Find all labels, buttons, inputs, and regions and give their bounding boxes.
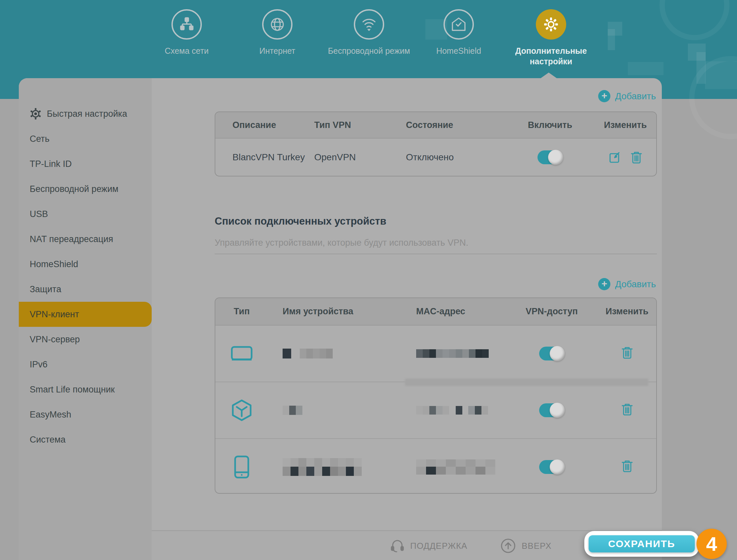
- sidebar-item-nat[interactable]: NAT переадресация: [19, 227, 152, 252]
- vpn-access-toggle[interactable]: [539, 460, 564, 474]
- home-shield-icon: [444, 9, 474, 40]
- plus-icon: +: [598, 90, 610, 102]
- sidebar-item-homeshield[interactable]: HomeShield: [19, 252, 152, 277]
- sidebar: Быстрая настройка Сеть TP-Link ID Беспро…: [19, 78, 152, 560]
- tutorial-step-badge: 4: [696, 529, 727, 559]
- wifi-icon: [354, 9, 384, 40]
- save-button-highlight-ring: СОХРАНИТЬ: [584, 531, 699, 557]
- device-row: [215, 382, 656, 438]
- save-button[interactable]: СОХРАНИТЬ: [589, 535, 695, 552]
- vpn-access-toggle[interactable]: [539, 403, 564, 417]
- headset-icon: [390, 539, 405, 553]
- edit-icon[interactable]: [609, 151, 621, 164]
- top-nav: Схема сети Интернет: [0, 9, 737, 88]
- iot-cube-icon: [231, 399, 252, 421]
- nav-tab-wireless[interactable]: Беспроводной режим: [326, 9, 412, 56]
- plus-icon: +: [598, 278, 610, 290]
- nav-tab-network-map[interactable]: Схема сети: [144, 9, 230, 56]
- sidebar-item-security[interactable]: Защита: [19, 277, 152, 302]
- arrow-up-icon: [500, 538, 516, 554]
- add-device-button[interactable]: + Добавить: [598, 278, 656, 290]
- vpn-client-row: BlancVPN Turkey OpenVPN Отключено: [215, 139, 656, 176]
- trash-icon[interactable]: [621, 403, 633, 416]
- vpn-clients-table: Описание Тип VPN Состояние Включить Изме…: [215, 111, 657, 176]
- sidebar-item-wireless[interactable]: Беспроводной режим: [19, 176, 152, 202]
- redacted-device-name: [283, 349, 400, 358]
- add-vpn-client-button[interactable]: + Добавить: [598, 90, 656, 102]
- main-panel: Быстрая настройка Сеть TP-Link ID Беспро…: [19, 78, 662, 560]
- vpn-access-toggle[interactable]: [539, 347, 564, 360]
- trash-icon[interactable]: [621, 346, 633, 359]
- nav-label: HomeShield: [416, 46, 502, 56]
- sidebar-item-system[interactable]: Система: [19, 427, 152, 452]
- redacted-mac-address: [416, 406, 506, 415]
- router-admin-page: Схема сети Интернет: [0, 0, 737, 560]
- devices-section-title: Список подключенных устройств: [215, 215, 386, 227]
- sidebar-item-smart-life[interactable]: Smart Life помощник: [19, 377, 152, 402]
- table-header-row: Описание Тип VPN Состояние Включить Изме…: [215, 112, 656, 139]
- sidebar-item-network[interactable]: Сеть: [19, 126, 152, 151]
- vpn-enable-toggle[interactable]: [537, 150, 563, 164]
- device-row: [215, 326, 656, 382]
- redacted-device-name: [283, 406, 400, 415]
- sidebar-item-quick-setup[interactable]: Быстрая настройка: [19, 101, 152, 126]
- trash-icon[interactable]: [630, 151, 642, 164]
- sidebar-item-usb[interactable]: USB: [19, 202, 152, 227]
- content-area: + Добавить Описание Тип VPN Состояние Вк…: [152, 78, 662, 560]
- network-map-icon: [171, 9, 202, 40]
- gear-icon: [536, 9, 566, 40]
- support-button[interactable]: ПОДДЕРЖКА: [390, 531, 467, 560]
- scroll-up-button[interactable]: ВВЕРХ: [500, 531, 552, 560]
- sidebar-item-vpn-client[interactable]: VPN-клиент: [19, 302, 152, 327]
- vpn-status: Отключено: [406, 152, 506, 163]
- sidebar-item-vpn-server[interactable]: VPN-сервер: [19, 327, 152, 352]
- redacted-device-name: [283, 458, 400, 476]
- device-row: [215, 438, 656, 494]
- nav-tab-advanced-settings[interactable]: Дополнительные настройки: [508, 9, 594, 67]
- smartphone-icon: [234, 455, 250, 479]
- redacted-mac-address: [416, 349, 506, 358]
- redacted-blur-strip: [405, 379, 648, 386]
- vpn-type: OpenVPN: [314, 152, 406, 163]
- sidebar-item-label: Быстрая настройка: [47, 109, 127, 119]
- section-divider: [215, 254, 657, 254]
- devices-table: Тип Имя устройства MAC-адрес VPN-доступ …: [215, 297, 657, 494]
- nav-label: Беспроводной режим: [326, 46, 412, 56]
- nav-label: Схема сети: [144, 46, 230, 56]
- table-header-row: Тип Имя устройства MAC-адрес VPN-доступ …: [215, 298, 656, 326]
- vpn-description: BlancVPN Turkey: [215, 152, 314, 163]
- nav-tab-homeshield[interactable]: HomeShield: [416, 9, 502, 56]
- gear-icon: [30, 108, 42, 120]
- sidebar-item-easymesh[interactable]: EasyMesh: [19, 402, 152, 427]
- redacted-mac-address: [416, 459, 506, 475]
- globe-icon: [262, 9, 292, 40]
- trash-icon[interactable]: [621, 459, 633, 473]
- sidebar-item-tplink-id[interactable]: TP-Link ID: [19, 151, 152, 176]
- sidebar-item-ipv6[interactable]: IPv6: [19, 352, 152, 377]
- devices-section-subtitle: Управляйте устройствами, которые будут и…: [215, 238, 468, 248]
- nav-label: Интернет: [234, 46, 320, 56]
- nav-label: Дополнительные настройки: [508, 46, 594, 67]
- laptop-icon: [230, 346, 253, 361]
- nav-tab-internet[interactable]: Интернет: [234, 9, 320, 56]
